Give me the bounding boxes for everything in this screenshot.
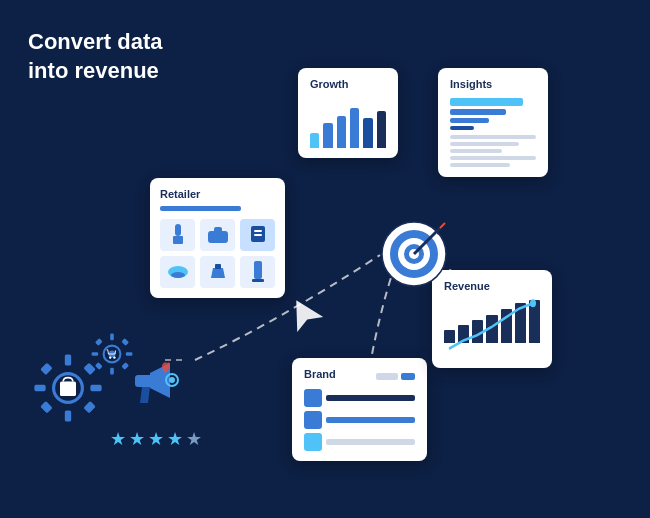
svg-rect-35 [175,224,181,236]
svg-rect-15 [92,352,99,356]
svg-rect-46 [252,279,264,282]
retailer-grid [160,219,275,288]
svg-rect-4 [34,385,45,391]
revenue-card-title: Revenue [444,280,540,292]
retailer-item-5 [200,256,235,288]
growth-bar-3 [337,116,346,149]
svg-rect-8 [40,401,52,413]
brand-icon-1 [304,389,322,407]
growth-bar-1 [310,133,319,148]
megaphone-icon [120,353,180,418]
star-4: ★ [167,428,183,450]
star-5: ★ [186,428,202,450]
brand-icon-3 [304,433,322,451]
growth-bar-5 [363,118,372,148]
svg-rect-40 [254,230,262,232]
insights-funnel-4 [450,126,474,130]
insights-text-line-5 [450,163,510,167]
svg-point-43 [171,272,185,278]
brand-line-3 [326,439,415,445]
insights-text-line-4 [450,156,536,160]
svg-rect-18 [121,338,129,346]
retailer-item-1 [160,219,195,251]
svg-rect-23 [135,375,153,387]
brand-line-2 [326,417,415,423]
brand-icon-2 [304,411,322,429]
growth-bar-6 [377,111,386,149]
svg-line-33 [440,223,445,228]
svg-point-22 [113,356,115,358]
retailer-item-4 [160,256,195,288]
star-1: ★ [110,428,126,450]
star-2: ★ [129,428,145,450]
growth-card: Growth [298,68,398,158]
brand-card: Brand [292,358,427,461]
insights-funnel-1 [450,98,523,106]
brand-row-2 [304,411,415,429]
retailer-item-2 [200,219,235,251]
growth-bars [310,98,386,148]
svg-rect-3 [65,410,71,421]
retailer-card-title: Retailer [160,188,275,200]
svg-rect-14 [110,368,114,375]
main-title: Convert data into revenue [28,28,162,85]
svg-rect-44 [215,264,221,269]
retailer-item-6 [240,256,275,288]
svg-rect-17 [95,338,103,346]
brand-row-3 [304,433,415,451]
svg-rect-41 [254,234,262,236]
svg-rect-2 [65,354,71,365]
svg-rect-19 [95,362,103,370]
svg-rect-36 [173,236,183,244]
svg-point-21 [109,356,111,358]
svg-point-47 [530,299,536,307]
insights-funnel-3 [450,118,489,123]
growth-bar-4 [350,108,359,148]
insights-funnel-2 [450,109,506,115]
svg-rect-13 [110,334,114,341]
revenue-trend-line [444,298,540,358]
svg-rect-45 [254,261,262,279]
retailer-header-bar [160,206,241,211]
brand-line-1 [326,395,415,401]
revenue-card: Revenue [432,270,552,368]
insights-card-title: Insights [450,78,536,90]
insights-text-lines [450,135,536,167]
svg-rect-5 [90,385,101,391]
svg-rect-6 [40,363,52,375]
brand-rows [304,389,415,451]
retailer-card: Retailer [150,178,285,298]
svg-point-25 [169,377,175,383]
retailer-item-3 [240,219,275,251]
insights-text-line-1 [450,135,536,139]
brand-row-1 [304,389,415,407]
insights-card: Insights [438,68,548,177]
star-rating: ★ ★ ★ ★ ★ [110,428,202,450]
insights-text-line-2 [450,142,519,146]
growth-card-title: Growth [310,78,386,90]
brand-card-title: Brand [304,368,336,380]
svg-rect-10 [60,382,76,396]
star-3: ★ [148,428,164,450]
target-icon [380,220,448,288]
insights-text-line-3 [450,149,502,153]
insights-funnel [450,98,536,130]
svg-rect-38 [214,227,222,233]
svg-rect-9 [83,401,95,413]
growth-bar-2 [323,123,332,148]
